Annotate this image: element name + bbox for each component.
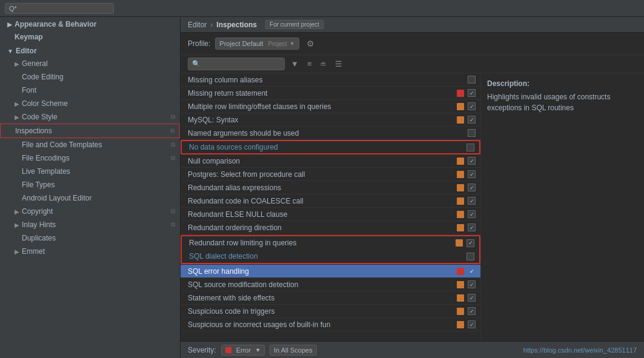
sidebar-item-general[interactable]: ▶ General bbox=[0, 57, 180, 70]
sidebar-item-label: File Types bbox=[22, 181, 55, 189]
inspection-checkbox[interactable] bbox=[466, 144, 474, 151]
sidebar-item-editor[interactable]: ▼ Editor bbox=[0, 44, 180, 57]
sidebar-item-android-layout[interactable]: Android Layout Editor bbox=[0, 191, 180, 205]
inspection-row[interactable]: Null comparison bbox=[181, 154, 480, 168]
bottom-bar: Severity: Error ▼ In All Scopes https://… bbox=[181, 341, 644, 358]
inspection-checkbox[interactable] bbox=[468, 320, 476, 328]
inspection-checkbox[interactable] bbox=[468, 76, 476, 84]
gear-button[interactable]: ⚙ bbox=[304, 38, 317, 50]
top-bar bbox=[0, 0, 644, 17]
inspection-checkbox[interactable] bbox=[468, 307, 476, 315]
inspection-checkbox[interactable] bbox=[468, 89, 476, 97]
filter-button[interactable]: ▼ bbox=[288, 58, 301, 70]
search-icon: 🔍 bbox=[192, 60, 201, 68]
sidebar-item-file-code-templates[interactable]: File and Code Templates ⧉ bbox=[0, 138, 180, 151]
profile-select[interactable]: Project Default Project ▼ bbox=[215, 38, 299, 50]
profile-badge: Project bbox=[268, 41, 287, 47]
description-panel: Description: Highlights invalid usages o… bbox=[480, 73, 644, 341]
severity-value: Error bbox=[236, 346, 251, 354]
inspection-checkbox[interactable] bbox=[466, 253, 474, 260]
inspection-checkbox[interactable] bbox=[468, 210, 476, 218]
inspection-checkbox[interactable] bbox=[468, 157, 476, 165]
inspection-checkbox[interactable] bbox=[468, 129, 476, 137]
inspection-checkbox[interactable] bbox=[468, 116, 476, 124]
inspection-row[interactable]: Named arguments should be used bbox=[181, 127, 480, 140]
severity-icon bbox=[456, 239, 463, 247]
inspection-checkbox[interactable] bbox=[468, 184, 476, 191]
inspection-row[interactable]: Postgres: Select from procedure call bbox=[181, 168, 480, 181]
inspection-checkbox[interactable] bbox=[468, 294, 476, 302]
inspection-row[interactable]: MySQL: Syntax bbox=[181, 113, 480, 127]
copy-icon: ⧉ bbox=[170, 127, 174, 134]
sidebar-item-live-templates[interactable]: Live Templates bbox=[0, 165, 180, 178]
inspection-checkbox[interactable] bbox=[466, 239, 474, 247]
sidebar: ▶ Appearance & Behavior Keymap ▼ Editor … bbox=[0, 17, 181, 358]
inspection-name: MySQL: Syntax bbox=[188, 116, 453, 124]
sidebar-item-keymap[interactable]: Keymap bbox=[0, 30, 180, 44]
severity-label: Severity: bbox=[188, 346, 216, 354]
sidebar-item-code-style[interactable]: ▶ Code Style ⧉ bbox=[0, 110, 180, 124]
inspection-row[interactable]: Missing column aliases bbox=[181, 73, 480, 87]
inspection-row[interactable]: SQL source modification detection bbox=[181, 278, 480, 291]
sidebar-item-copyright[interactable]: ▶ Copyright ⧉ bbox=[0, 205, 180, 218]
outlined-block: Redundant row limiting in queries SQL di… bbox=[181, 235, 480, 264]
sidebar-item-file-types[interactable]: File Types bbox=[0, 178, 180, 191]
breadcrumb-inspections: Inspections bbox=[216, 21, 257, 29]
collapse-all-button[interactable]: ≐ bbox=[317, 58, 329, 70]
inspection-checkbox[interactable] bbox=[468, 280, 476, 288]
sidebar-item-label: Emmet bbox=[22, 247, 45, 256]
inspection-row[interactable]: Statement with side effects bbox=[181, 291, 480, 305]
inspection-row-no-data-sources[interactable]: No data sources configured bbox=[181, 140, 480, 154]
inspection-name: Missing column aliases bbox=[188, 76, 464, 84]
sidebar-item-font[interactable]: Font bbox=[0, 84, 180, 97]
sidebar-item-emmet[interactable]: ▶ Emmet bbox=[0, 245, 180, 258]
sidebar-item-inspections[interactable]: Inspections ⧉ bbox=[0, 124, 180, 138]
inspection-row[interactable]: Suspicious or incorrect usages of built-… bbox=[181, 318, 480, 331]
description-title: Description: bbox=[487, 79, 638, 88]
inspection-row[interactable]: Redundant row limiting in queries bbox=[182, 236, 479, 250]
inspection-name: Redundant ELSE NULL clause bbox=[188, 210, 453, 219]
top-search-input[interactable] bbox=[5, 3, 114, 14]
scope-select[interactable]: In All Scopes bbox=[270, 345, 317, 356]
inspection-checkbox[interactable] bbox=[468, 224, 476, 231]
severity-icon bbox=[457, 184, 464, 191]
inspection-row[interactable]: Redundant code in COALESCE call bbox=[181, 194, 480, 208]
chevron-down-icon: ▼ bbox=[290, 41, 295, 47]
copy-icon: ⧉ bbox=[171, 208, 175, 215]
severity-icon bbox=[457, 308, 464, 315]
inspection-row[interactable]: SQL dialect detection bbox=[182, 250, 479, 263]
sidebar-item-appearance-behavior[interactable]: ▶ Appearance & Behavior bbox=[0, 17, 180, 30]
inspection-checkbox[interactable] bbox=[468, 102, 476, 110]
profile-row: Profile: Project Default Project ▼ ⚙ bbox=[181, 33, 644, 55]
sidebar-item-label: Editor bbox=[16, 47, 37, 55]
inspection-checkbox[interactable] bbox=[468, 170, 476, 178]
severity-icon bbox=[457, 103, 464, 110]
severity-icon bbox=[457, 211, 464, 218]
inspection-row[interactable]: Redundant ELSE NULL clause bbox=[181, 208, 480, 221]
inspection-name: Missing return statement bbox=[188, 89, 453, 98]
inspection-checkbox[interactable] bbox=[468, 267, 476, 275]
inspection-search[interactable]: 🔍 bbox=[188, 58, 285, 70]
inspection-row[interactable]: Suspicious code in triggers bbox=[181, 305, 480, 318]
severity-select[interactable]: Error ▼ bbox=[221, 345, 265, 356]
copy-icon: ⧉ bbox=[171, 154, 175, 162]
url-link[interactable]: https://blog.csdn.net/weixin_42851117 bbox=[523, 346, 637, 354]
inspection-name: Redundant row limiting in queries bbox=[189, 239, 452, 247]
inspection-row[interactable]: Redundant ordering direction bbox=[181, 221, 480, 234]
sidebar-item-duplicates[interactable]: Duplicates bbox=[0, 231, 180, 245]
inspection-row[interactable]: Redundant alias expressions bbox=[181, 181, 480, 194]
expand-all-button[interactable]: ≡ bbox=[305, 58, 314, 70]
sidebar-item-label: Inlay Hints bbox=[22, 220, 56, 229]
inspection-row[interactable]: Multiple row limiting/offset clauses in … bbox=[181, 100, 480, 113]
arrow-icon: ▶ bbox=[15, 114, 19, 121]
inspection-row[interactable]: Missing return statement bbox=[181, 87, 480, 100]
sidebar-item-file-encodings[interactable]: File Encodings ⧉ bbox=[0, 151, 180, 165]
sidebar-item-code-editing[interactable]: Code Editing bbox=[0, 70, 180, 84]
sidebar-item-color-scheme[interactable]: ▶ Color Scheme bbox=[0, 97, 180, 110]
group-button[interactable]: ☰ bbox=[333, 58, 345, 70]
sidebar-item-inlay-hints[interactable]: ▶ Inlay Hints ⧉ bbox=[0, 218, 180, 231]
inspection-row-sql-error[interactable]: SQL error handling bbox=[181, 265, 480, 278]
inspections-list: Missing column aliases Missing return st… bbox=[181, 73, 480, 341]
inspection-name: Redundant alias expressions bbox=[188, 184, 453, 192]
inspection-checkbox[interactable] bbox=[468, 197, 476, 205]
